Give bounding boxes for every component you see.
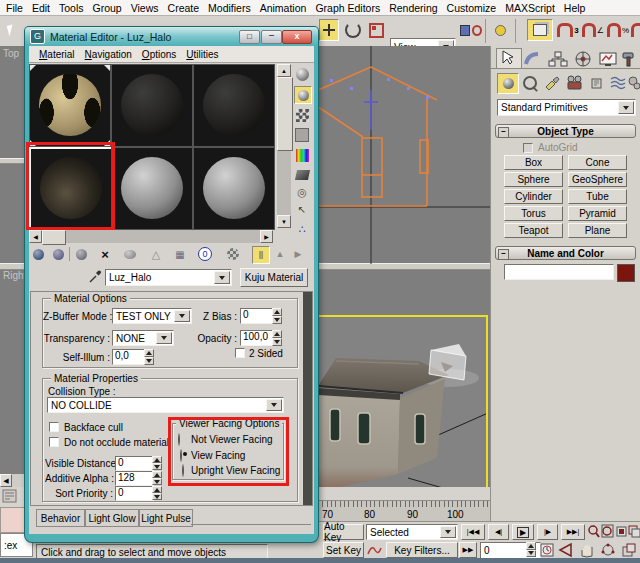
category-lights-icon[interactable] xyxy=(543,75,561,91)
background-icon[interactable] xyxy=(294,107,310,123)
menu-edit[interactable]: Edit xyxy=(32,2,50,14)
menu-group[interactable]: Group xyxy=(93,2,122,14)
material-map-navigator-icon[interactable]: ∴ xyxy=(294,221,310,237)
material-editor-titlebar[interactable]: G Material Editor - Luz_Halo – □ x xyxy=(25,27,318,46)
autogrid-checkbox[interactable]: AutoGrid xyxy=(523,142,577,153)
me-menu-material[interactable]: Material xyxy=(39,49,75,60)
auto-key-button[interactable]: Auto Key xyxy=(323,524,364,540)
play-button[interactable]: ▶ xyxy=(512,524,534,540)
reset-map-icon[interactable]: × xyxy=(97,246,113,262)
sample-type-icon[interactable] xyxy=(294,66,310,82)
zbias-spinner[interactable] xyxy=(272,308,282,324)
time-configuration-icon[interactable] xyxy=(540,542,555,558)
button-pyramid[interactable]: Pyramid xyxy=(568,206,627,221)
zoom-extents-all-icon[interactable] xyxy=(628,524,640,539)
go-to-parent-icon[interactable]: ▲ xyxy=(272,246,288,262)
sort-priority-spinner[interactable] xyxy=(152,486,162,500)
selection-set-dropdown[interactable]: Selected xyxy=(366,524,458,540)
menu-views[interactable]: Views xyxy=(131,2,159,14)
previous-frame-button[interactable]: ◀| xyxy=(488,524,509,540)
zbias-field[interactable]: 0 xyxy=(240,308,274,324)
button-cylinder[interactable]: Cylinder xyxy=(504,189,563,204)
tab-behavior[interactable]: Behavior xyxy=(36,509,85,527)
tab-modify[interactable] xyxy=(522,50,545,68)
select-object-icon[interactable] xyxy=(2,19,20,41)
go-forward-sibling-icon[interactable]: ▶ xyxy=(290,246,306,262)
rollout-name-and-color[interactable]: − Name and Color xyxy=(495,246,636,260)
category-systems-icon[interactable] xyxy=(627,75,640,91)
collision-type-dropdown[interactable]: NO COLLIDE xyxy=(47,397,284,413)
set-key-button[interactable]: Set Key xyxy=(323,542,364,558)
additive-alpha-spinner[interactable] xyxy=(152,471,162,485)
menu-help[interactable]: Help xyxy=(564,2,586,14)
tab-hierarchy[interactable] xyxy=(547,50,570,68)
zoom-extents-icon[interactable] xyxy=(615,524,628,539)
selfillum-spinner[interactable] xyxy=(144,349,154,365)
zoom-all-icon[interactable] xyxy=(601,524,614,539)
select-move-icon[interactable] xyxy=(319,19,339,41)
opacity-field[interactable]: 100,0 xyxy=(240,330,274,346)
backlight-icon[interactable] xyxy=(294,86,312,104)
button-plane[interactable]: Plane xyxy=(568,223,627,238)
left-viewport-scrollbar[interactable]: ◀ xyxy=(0,474,25,487)
button-teapot[interactable]: Teapot xyxy=(504,223,563,238)
scroll-right-icon[interactable]: ▶ xyxy=(260,230,273,243)
show-end-result-icon[interactable]: ‖ xyxy=(252,246,270,264)
selfillum-field[interactable]: 0,0 xyxy=(112,349,146,365)
collapse-icon[interactable]: − xyxy=(498,127,509,138)
menu-maxscript[interactable]: MAXScript xyxy=(505,2,555,14)
options-icon[interactable]: ◎ xyxy=(294,184,310,200)
listener-icon[interactable] xyxy=(2,489,18,504)
menu-customize[interactable]: Customize xyxy=(447,2,497,14)
button-cone[interactable]: Cone xyxy=(568,155,627,170)
transparency-dropdown[interactable]: NONE xyxy=(112,330,174,346)
category-geometry-icon[interactable] xyxy=(497,73,519,94)
category-spacewarps-icon[interactable] xyxy=(609,75,627,91)
occlude-checkbox[interactable] xyxy=(49,437,59,447)
select-by-material-icon[interactable]: ↖ xyxy=(294,201,310,217)
tab-motion[interactable] xyxy=(572,50,595,68)
me-menu-navigation[interactable]: Navigation xyxy=(85,49,132,60)
tab-utilities[interactable] xyxy=(620,50,639,68)
rollout-object-type[interactable]: − Object Type xyxy=(495,124,636,138)
tab-create[interactable] xyxy=(496,48,522,69)
material-id-channel-icon[interactable]: 0 xyxy=(197,246,213,262)
button-box[interactable]: Box xyxy=(504,155,563,170)
material-slot-6[interactable] xyxy=(193,147,275,230)
set-key-curve-icon[interactable] xyxy=(366,542,383,558)
button-geosphere[interactable]: GeoSphere xyxy=(568,172,627,187)
visible-distance-spinner[interactable] xyxy=(152,456,162,470)
frame-spinner[interactable] xyxy=(526,542,536,557)
angle-snap-icon[interactable]: ∠ xyxy=(582,19,604,41)
collapse-icon[interactable]: − xyxy=(498,249,509,260)
minimize-button[interactable]: – xyxy=(261,30,282,44)
pick-material-eyedropper-icon[interactable] xyxy=(88,269,103,285)
button-tube[interactable]: Tube xyxy=(568,189,627,204)
go-to-start-button[interactable]: |◀◀ xyxy=(461,524,485,540)
select-rotate-icon[interactable] xyxy=(342,19,363,41)
snaps-toggle-icon[interactable] xyxy=(527,19,553,41)
arc-rotate-icon[interactable] xyxy=(600,542,616,558)
use-center-icon[interactable] xyxy=(460,19,482,41)
object-color-swatch[interactable] xyxy=(617,264,635,282)
pan-hand-icon[interactable] xyxy=(579,542,595,558)
opacity-spinner[interactable] xyxy=(272,330,282,346)
go-to-end-button[interactable]: ▶▶| xyxy=(561,524,585,540)
backface-cull-checkbox[interactable] xyxy=(49,422,59,432)
menu-create[interactable]: Create xyxy=(168,2,200,14)
scroll-thumb[interactable] xyxy=(42,230,66,245)
two-sided-checkbox[interactable] xyxy=(235,348,245,358)
category-helpers-icon[interactable] xyxy=(589,75,607,91)
menu-rendering[interactable]: Rendering xyxy=(389,2,437,14)
object-name-input[interactable] xyxy=(504,264,614,280)
scroll-thumb[interactable] xyxy=(277,77,293,151)
tab-light-glow[interactable]: Light Glow xyxy=(85,509,139,527)
get-material-icon[interactable] xyxy=(30,246,46,262)
sort-priority-field[interactable]: 0 xyxy=(115,486,154,501)
next-frame-button[interactable]: |▶ xyxy=(537,524,558,540)
menu-tools[interactable]: Tools xyxy=(59,2,84,14)
select-scale-icon[interactable] xyxy=(366,19,387,41)
show-map-in-viewport-icon[interactable] xyxy=(225,246,241,262)
menu-animation[interactable]: Animation xyxy=(260,2,307,14)
select-manipulate-icon[interactable] xyxy=(490,19,510,41)
